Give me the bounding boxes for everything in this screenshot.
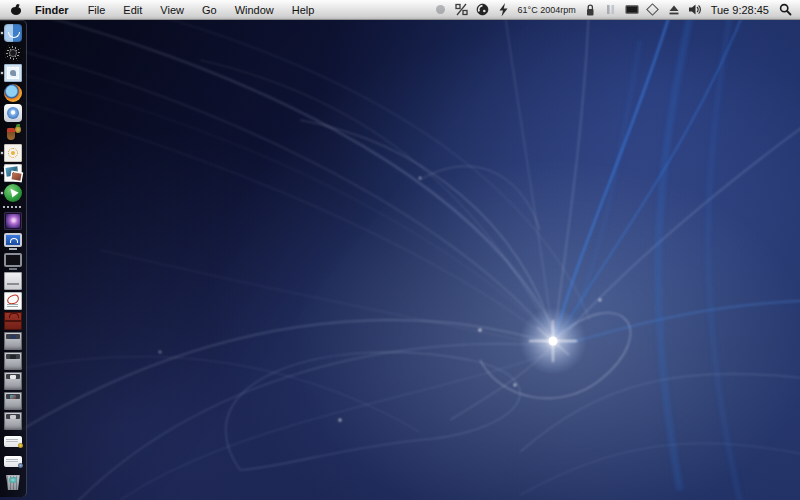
- display-icon[interactable]: [625, 2, 639, 17]
- menu-file[interactable]: File: [79, 2, 115, 18]
- dock-item-minimized-window-2[interactable]: [0, 451, 26, 471]
- apple-icon[interactable]: [11, 4, 21, 15]
- dock-item-black-display[interactable]: [0, 251, 26, 271]
- dock-item-firefox[interactable]: [0, 83, 26, 103]
- dock-item-finder[interactable]: [0, 23, 26, 43]
- menu-help[interactable]: Help: [283, 2, 324, 18]
- menu-bar-status: 61°C 2004rpm Tue 9:28:45: [434, 2, 800, 17]
- meter-bars-icon[interactable]: [604, 2, 618, 17]
- dock-item-aperture-dial-app[interactable]: [0, 43, 26, 63]
- faint-status-icon[interactable]: [434, 2, 448, 17]
- mail-stamp-icon: [4, 64, 22, 82]
- itunes-cd-icon: [4, 104, 22, 122]
- volume-icon[interactable]: [688, 2, 702, 17]
- lightning-icon[interactable]: [497, 2, 511, 17]
- dock-item-green-pointer-app[interactable]: [0, 183, 26, 203]
- galaxy-image-icon: [4, 212, 22, 230]
- running-indicator: [1, 32, 3, 34]
- white-drive-icon: [4, 272, 22, 290]
- diamond-icon[interactable]: [646, 2, 660, 17]
- running-indicator: [1, 72, 3, 74]
- black-display-icon: [4, 252, 22, 270]
- dock-separator: [3, 205, 23, 209]
- drawer-icon: [4, 352, 22, 370]
- minimized-window-icon: [4, 436, 22, 447]
- trash-full-icon: [4, 472, 22, 490]
- spotlight-icon[interactable]: [778, 2, 792, 17]
- photo-stack-icon: [4, 164, 22, 182]
- blue-display-icon: [4, 232, 22, 250]
- dock-item-drawer-5[interactable]: [0, 411, 26, 431]
- menu-edit[interactable]: Edit: [114, 2, 151, 18]
- drawer-icon: [4, 372, 22, 390]
- dock-item-photos-app[interactable]: [0, 163, 26, 183]
- eject-icon[interactable]: [667, 2, 681, 17]
- dock-item-cocktail-app[interactable]: [0, 123, 26, 143]
- dock: [0, 20, 27, 497]
- dock-item-scribble-document[interactable]: [0, 291, 26, 311]
- gauge-icon[interactable]: [476, 2, 490, 17]
- firefox-icon: [4, 84, 22, 102]
- dock-item-drawer-1[interactable]: [0, 331, 26, 351]
- dock-item-galaxy[interactable]: [0, 211, 26, 231]
- drawer-icon: [4, 332, 22, 350]
- wallpaper: [0, 0, 800, 500]
- green-pointer-icon: [4, 184, 22, 202]
- drawer-icon: [4, 412, 22, 430]
- menu-go[interactable]: Go: [193, 2, 226, 18]
- percent-icon[interactable]: [455, 2, 469, 17]
- dock-item-mail[interactable]: [0, 63, 26, 83]
- dock-item-drawer-3[interactable]: [0, 371, 26, 391]
- corner-shade: [0, 0, 800, 500]
- red-toolbox-icon: [4, 312, 22, 330]
- dock-item-red-toolbox[interactable]: [0, 311, 26, 331]
- dock-item-minimized-window-1[interactable]: [0, 431, 26, 451]
- sun-sketch-icon: [4, 144, 22, 162]
- menu-window[interactable]: Window: [226, 2, 283, 18]
- aperture-dial-icon: [4, 44, 22, 62]
- minimized-window-icon: [4, 456, 22, 467]
- dock-item-sun-sketch-app[interactable]: [0, 143, 26, 163]
- drawer-icon: [4, 392, 22, 410]
- dock-item-drawer-4[interactable]: [0, 391, 26, 411]
- running-indicator: [1, 152, 3, 154]
- dock-item-white-drive[interactable]: [0, 271, 26, 291]
- dock-item-itunes[interactable]: [0, 103, 26, 123]
- desktop: Finder File Edit View Go Window Help 61°…: [0, 0, 800, 500]
- dock-item-drawer-2[interactable]: [0, 351, 26, 371]
- scribble-document-icon: [4, 292, 22, 310]
- finder-icon: [4, 24, 22, 42]
- dock-item-blue-display[interactable]: [0, 231, 26, 251]
- running-indicator: [1, 172, 3, 174]
- running-indicator: [1, 192, 3, 194]
- temp-fan-readout[interactable]: 61°C 2004rpm: [518, 5, 576, 15]
- dock-item-trash[interactable]: [0, 471, 26, 491]
- menu-bar-clock[interactable]: Tue 9:28:45: [709, 4, 771, 16]
- cocktail-icon: [4, 124, 22, 142]
- app-menu-finder[interactable]: Finder: [25, 2, 79, 18]
- lock-icon[interactable]: [583, 2, 597, 17]
- menu-bar-left: Finder File Edit View Go Window Help: [0, 2, 323, 18]
- menu-view[interactable]: View: [151, 2, 193, 18]
- menu-bar: Finder File Edit View Go Window Help 61°…: [0, 0, 800, 20]
